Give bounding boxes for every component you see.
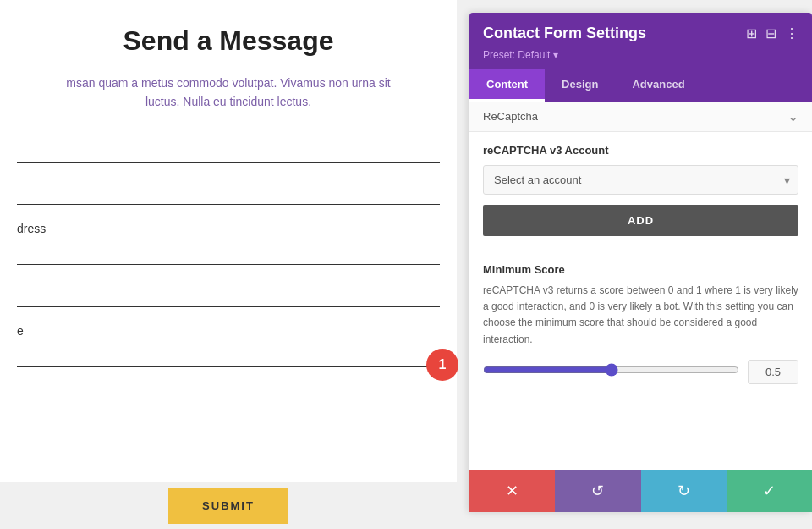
- panel-header-top: Contact Form Settings ⊞ ⊟ ⋮: [483, 25, 798, 42]
- badge-circle: 1: [426, 349, 458, 381]
- form-field-4: [17, 282, 440, 307]
- tab-advanced[interactable]: Advanced: [615, 69, 701, 102]
- address-label: dress: [17, 222, 440, 235]
- bottom-bar: SUBMIT: [0, 482, 457, 529]
- recaptcha-arrow-icon: ⌄: [787, 108, 798, 124]
- expand-icon[interactable]: ⊞: [746, 25, 757, 41]
- desc-line2: luctus. Nulla eu tincidunt lectus.: [145, 95, 311, 108]
- panel-preset[interactable]: Preset: Default ▾: [483, 49, 798, 61]
- min-score-section: Minimum Score reCAPTCHA v3 returns a sco…: [469, 251, 812, 396]
- panel-header: Contact Form Settings ⊞ ⊟ ⋮ Preset: Defa…: [469, 13, 812, 69]
- panel-toolbar: ✕ ↺ ↻ ✓: [469, 470, 812, 512]
- undo-button[interactable]: ↺: [555, 470, 640, 512]
- form-field-address: dress: [17, 222, 440, 265]
- preset-label[interactable]: Preset: Default ▾: [483, 49, 558, 61]
- redo-icon: ↻: [678, 482, 690, 500]
- collapse-icon[interactable]: ⊟: [765, 25, 776, 41]
- panel-icons: ⊞ ⊟ ⋮: [746, 25, 798, 41]
- panel-tabs: Content Design Advanced: [469, 69, 812, 102]
- submit-button[interactable]: SUBMIT: [168, 488, 288, 524]
- field5-label: e: [17, 324, 440, 338]
- cancel-icon: ✕: [506, 482, 518, 500]
- score-slider[interactable]: [483, 363, 739, 377]
- account-section-title: reCAPTCHA v3 Account: [483, 144, 798, 157]
- slider-row: [483, 360, 798, 384]
- redo-button[interactable]: ↻: [641, 470, 727, 512]
- save-icon: ✓: [763, 482, 776, 500]
- slider-container: [483, 363, 739, 380]
- account-section: reCAPTCHA v3 Account Select an account ▾…: [469, 132, 812, 251]
- page-description: msan quam a metus commodo volutpat. Viva…: [17, 74, 440, 112]
- undo-icon: ↺: [591, 482, 604, 500]
- form-field-1: [17, 137, 440, 163]
- account-select[interactable]: Select an account: [483, 165, 798, 195]
- panel-content: ReCaptcha ⌄ reCAPTCHA v3 Account Select …: [469, 102, 812, 470]
- more-icon[interactable]: ⋮: [785, 25, 798, 41]
- form-field-5: e: [17, 324, 440, 367]
- tab-content[interactable]: Content: [469, 69, 545, 102]
- add-button[interactable]: ADD: [483, 205, 798, 236]
- min-score-description: reCAPTCHA v3 returns a score between 0 a…: [483, 283, 798, 348]
- save-button[interactable]: ✓: [727, 470, 812, 512]
- min-score-title: Minimum Score: [483, 263, 798, 276]
- cancel-button[interactable]: ✕: [469, 470, 555, 512]
- form-field-2: [17, 179, 440, 205]
- desc-line1: msan quam a metus commodo volutpat. Viva…: [66, 76, 390, 90]
- recaptcha-row[interactable]: ReCaptcha ⌄: [469, 102, 812, 132]
- panel-title: Contact Form Settings: [483, 25, 646, 42]
- page-preview: Send a Message msan quam a metus commodo…: [0, 0, 457, 482]
- tab-design[interactable]: Design: [545, 69, 615, 102]
- badge-number: 1: [439, 357, 447, 372]
- page-title: Send a Message: [17, 25, 440, 57]
- score-value-input[interactable]: [748, 360, 798, 384]
- account-select-wrapper: Select an account ▾: [483, 165, 798, 195]
- settings-panel: Contact Form Settings ⊞ ⊟ ⋮ Preset: Defa…: [469, 13, 812, 512]
- recaptcha-label: ReCaptcha: [483, 110, 538, 123]
